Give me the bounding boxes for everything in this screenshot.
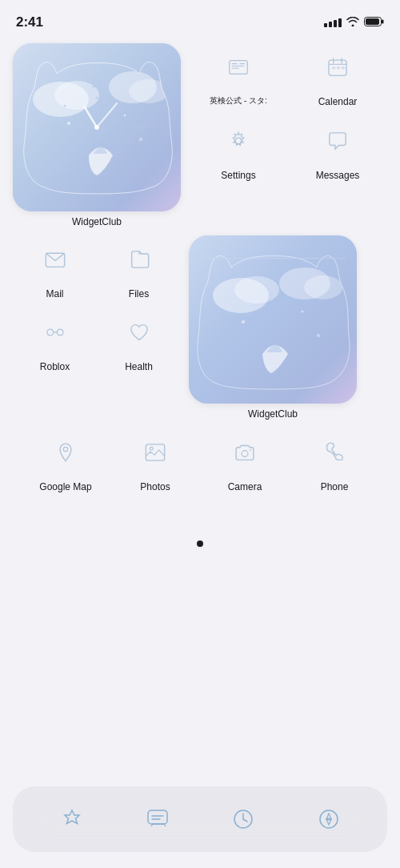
svg-point-39: [57, 329, 63, 336]
widgetclub-small-label: WidgetClub: [248, 408, 298, 420]
googlemap-app[interactable]: Google Map: [34, 428, 98, 492]
app-row-3: Google Map Photos Camera: [13, 428, 387, 492]
settings-icon: [214, 117, 262, 165]
app-row-2: Mail Files: [13, 235, 387, 420]
status-icons: [324, 15, 384, 30]
phone-icon: [310, 428, 358, 476]
appstore-icon: [61, 808, 83, 830]
svg-point-11: [139, 138, 142, 141]
mail-app[interactable]: Mail: [23, 235, 87, 299]
app-row-1: 12 9 3: [13, 43, 387, 227]
right-apps-bottom: Settings Messages: [189, 117, 387, 181]
files-label: Files: [129, 288, 149, 299]
status-bar: 2:41: [0, 0, 400, 35]
svg-rect-28: [239, 66, 244, 66]
battery-icon: [364, 15, 384, 30]
widgetclub-large-label: WidgetClub: [72, 216, 122, 227]
eiken-label: 英検公式 - スタ:: [210, 96, 267, 106]
svg-point-52: [150, 447, 153, 450]
svg-point-38: [46, 329, 53, 336]
messages-label: Messages: [316, 170, 360, 181]
files-app[interactable]: Files: [107, 235, 171, 299]
page-dot-active: [197, 540, 203, 547]
svg-rect-26: [232, 68, 239, 69]
svg-point-19: [136, 127, 138, 129]
phone-app[interactable]: Phone: [302, 428, 366, 492]
svg-point-10: [124, 115, 126, 117]
right-column-row1: 英検公式 - スタ:: [189, 43, 387, 182]
photos-app[interactable]: Photos: [123, 428, 187, 492]
svg-text:12: 12: [91, 78, 102, 90]
svg-point-44: [234, 276, 279, 303]
svg-point-49: [317, 334, 320, 337]
svg-text:9: 9: [50, 124, 56, 135]
camera-label: Camera: [228, 481, 262, 492]
roblox-icon: [31, 308, 79, 356]
phone-label: Phone: [321, 481, 349, 492]
eiken-app[interactable]: 英検公式 - スタ:: [206, 43, 270, 107]
roblox-app[interactable]: Roblox: [23, 308, 87, 372]
svg-text:3: 3: [138, 124, 144, 135]
svg-rect-35: [342, 66, 345, 69]
widgetclub-widget-small[interactable]: WidgetClub: [189, 235, 357, 420]
calendar-app[interactable]: Calendar: [306, 43, 370, 107]
files-icon: [115, 235, 163, 283]
photos-label: Photos: [140, 481, 170, 492]
svg-point-54: [250, 449, 251, 451]
settings-app[interactable]: Settings: [206, 117, 270, 181]
calendar-icon: [314, 43, 362, 91]
mail-files-row: Mail Files: [13, 235, 181, 299]
roblox-health-row: Roblox Health: [13, 308, 181, 372]
dock-clock[interactable]: [221, 797, 266, 842]
wifi-icon: [346, 15, 359, 30]
status-time: 2:41: [16, 14, 43, 30]
dock: [13, 786, 387, 852]
svg-line-60: [243, 819, 247, 822]
svg-point-53: [242, 450, 248, 456]
health-app[interactable]: Health: [107, 308, 171, 372]
messages-icon: [314, 117, 362, 165]
calendar-label: Calendar: [318, 96, 358, 107]
signal-icon: [324, 18, 342, 27]
svg-rect-24: [232, 63, 238, 64]
health-label: Health: [125, 361, 153, 372]
settings-label: Settings: [221, 170, 255, 181]
svg-point-16: [128, 105, 130, 107]
camera-icon: [221, 428, 269, 476]
widgetclub-widget-large[interactable]: 12 9 3: [13, 43, 181, 227]
svg-rect-25: [232, 66, 241, 66]
dock-messages[interactable]: [135, 797, 180, 842]
svg-marker-62: [326, 814, 331, 819]
cat-widget-small-svg: [189, 235, 357, 404]
photos-icon: [131, 428, 179, 476]
svg-point-50: [63, 447, 67, 451]
svg-point-18: [56, 127, 58, 129]
home-screen: 12 9 3: [0, 35, 400, 492]
chat-icon: [146, 808, 169, 830]
mail-label: Mail: [46, 288, 63, 299]
health-icon: [115, 308, 163, 356]
svg-rect-55: [148, 810, 167, 824]
dock-appstore[interactable]: [50, 797, 94, 842]
right-apps-top: 英検公式 - スタ:: [189, 43, 387, 107]
svg-rect-23: [230, 61, 247, 74]
dock-compass[interactable]: [306, 797, 351, 842]
svg-point-48: [302, 311, 304, 313]
cat-widget-svg: 12 9 3: [13, 43, 181, 211]
svg-rect-42: [189, 235, 357, 404]
svg-point-46: [304, 275, 342, 299]
googlemap-icon: [42, 428, 90, 476]
svg-rect-27: [239, 63, 245, 64]
camera-app[interactable]: Camera: [213, 428, 277, 492]
svg-marker-63: [326, 819, 331, 825]
messages-app[interactable]: Messages: [306, 117, 370, 181]
eiken-icon: [214, 43, 262, 91]
googlemap-label: Google Map: [39, 481, 91, 492]
svg-rect-2: [366, 18, 379, 25]
svg-rect-1: [382, 20, 384, 24]
svg-point-9: [67, 122, 70, 125]
svg-rect-33: [332, 66, 335, 69]
svg-point-15: [96, 97, 98, 99]
mail-icon: [31, 235, 79, 283]
clock-icon: [232, 808, 254, 830]
